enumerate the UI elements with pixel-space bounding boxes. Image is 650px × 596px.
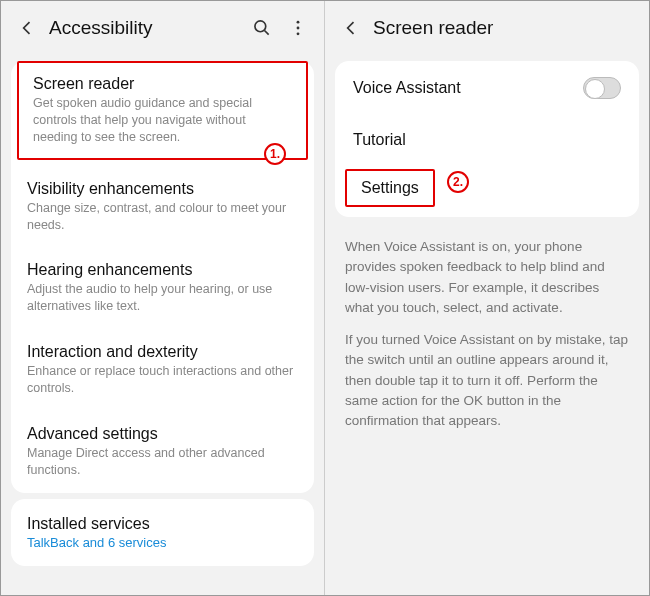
item-desc: Adjust the audio to help your hearing, o… xyxy=(27,281,298,315)
item-title: Interaction and dexterity xyxy=(27,343,298,361)
page-title: Accessibility xyxy=(49,17,244,39)
accessibility-panel: Accessibility Screen reader Get spoken a… xyxy=(1,1,325,595)
screen-reader-panel: Screen reader Voice Assistant Tutorial S… xyxy=(325,1,649,595)
item-desc: Manage Direct access and other advanced … xyxy=(27,445,298,479)
row-title: Voice Assistant xyxy=(353,79,461,97)
installed-services-card: Installed services TalkBack and 6 servic… xyxy=(11,499,314,566)
back-button[interactable] xyxy=(333,10,369,46)
info-text-1: When Voice Assistant is on, your phone p… xyxy=(325,223,649,322)
screen-reader-item[interactable]: Screen reader Get spoken audio guidance … xyxy=(17,61,308,160)
settings-row[interactable]: Settings xyxy=(345,169,435,207)
step-badge-1: 1. xyxy=(264,143,286,165)
row-title: Settings xyxy=(361,179,419,196)
row-title: Tutorial xyxy=(353,131,406,149)
main-settings-card: Screen reader Get spoken audio guidance … xyxy=(11,61,314,493)
more-button[interactable] xyxy=(280,10,316,46)
tutorial-row[interactable]: Tutorial xyxy=(335,115,639,165)
item-title: Screen reader xyxy=(33,75,292,93)
hearing-enhancements-item[interactable]: Hearing enhancements Adjust the audio to… xyxy=(11,247,314,329)
svg-point-3 xyxy=(297,32,300,35)
svg-point-2 xyxy=(297,27,300,30)
chevron-left-icon xyxy=(341,18,361,38)
item-link: TalkBack and 6 services xyxy=(27,535,298,550)
item-title: Visibility enhancements xyxy=(27,180,298,198)
advanced-settings-item[interactable]: Advanced settings Manage Direct access a… xyxy=(11,411,314,493)
item-title: Installed services xyxy=(27,515,298,533)
svg-point-0 xyxy=(255,21,266,32)
screen-reader-card: Voice Assistant Tutorial Settings 2. xyxy=(335,61,639,217)
info-text-2: If you turned Voice Assistant on by mist… xyxy=(325,322,649,435)
installed-services-item[interactable]: Installed services TalkBack and 6 servic… xyxy=(11,503,314,562)
interaction-dexterity-item[interactable]: Interaction and dexterity Enhance or rep… xyxy=(11,329,314,411)
back-button[interactable] xyxy=(9,10,45,46)
page-title: Screen reader xyxy=(373,17,641,39)
step-badge-2: 2. xyxy=(447,171,469,193)
search-button[interactable] xyxy=(244,10,280,46)
item-desc: Enhance or replace touch interactions an… xyxy=(27,363,298,397)
visibility-enhancements-item[interactable]: Visibility enhancements Change size, con… xyxy=(11,166,314,248)
header: Screen reader xyxy=(325,1,649,55)
voice-assistant-row[interactable]: Voice Assistant xyxy=(335,61,639,115)
chevron-left-icon xyxy=(17,18,37,38)
more-vert-icon xyxy=(288,18,308,38)
item-title: Hearing enhancements xyxy=(27,261,298,279)
voice-assistant-toggle[interactable] xyxy=(583,77,621,99)
item-title: Advanced settings xyxy=(27,425,298,443)
svg-point-1 xyxy=(297,21,300,24)
item-desc: Change size, contrast, and colour to mee… xyxy=(27,200,298,234)
search-icon xyxy=(252,18,272,38)
header: Accessibility xyxy=(1,1,324,55)
item-desc: Get spoken audio guidance and special co… xyxy=(33,95,292,146)
